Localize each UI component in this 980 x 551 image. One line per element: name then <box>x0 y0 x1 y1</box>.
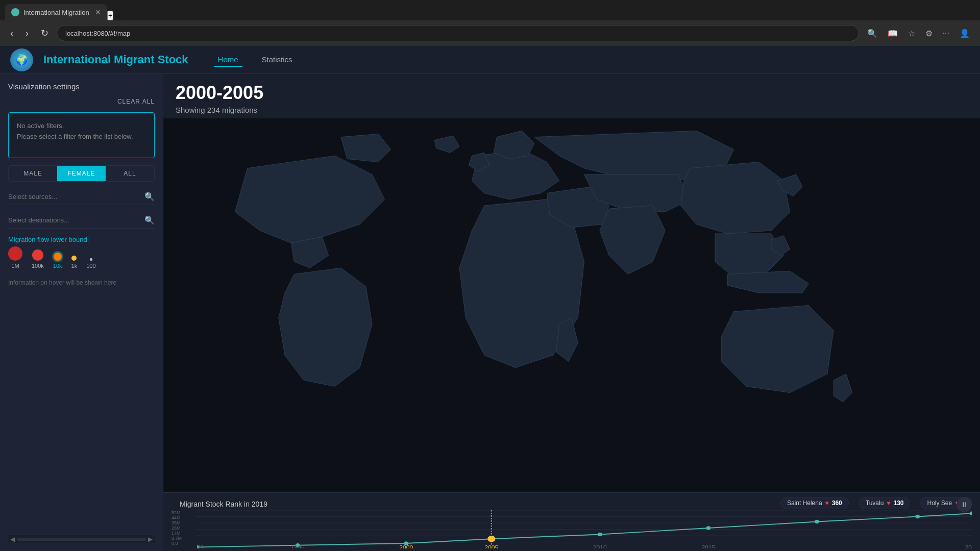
new-tab-button[interactable]: + <box>107 11 113 20</box>
gender-male-button[interactable]: MALE <box>9 166 57 181</box>
dot-100k <box>32 249 43 261</box>
migration-bound-section: Migration flow lower bound: 1M 100k 10k <box>8 236 155 269</box>
svg-point-13 <box>487 536 495 542</box>
bookmark-button[interactable]: ☆ <box>904 27 919 40</box>
svg-point-17 <box>915 515 920 519</box>
y-axis: 52M 44M 35M 26M 17M 8.7M 0.0 <box>172 510 197 548</box>
map-subtitle: Showing 234 migrations <box>176 106 968 114</box>
dot-1m <box>8 246 22 261</box>
address-text: localhost:8080/#!/map <box>65 30 130 37</box>
back-button[interactable]: ‹ <box>6 26 17 41</box>
badge-tuvalu: Tuvalu ♥ 130 <box>859 497 911 509</box>
world-map-svg <box>163 118 980 492</box>
main-layout: Visualization settings CLEAR ALL No acti… <box>0 74 980 551</box>
dot-label-100: 100 <box>86 263 95 269</box>
badge-tuvalu-name: Tuvalu <box>866 499 884 507</box>
gender-selector: MALE FEMALE ALL <box>8 165 155 182</box>
flow-dot-100k[interactable]: 100k <box>32 249 44 269</box>
svg-point-14 <box>598 533 602 537</box>
extensions-button[interactable]: ⚙ <box>921 27 937 40</box>
chart-svg: 1990 1995 2000 2005 2010 2015 2019 <box>197 510 972 548</box>
map-area: 2000-2005 Showing 234 migrations <box>163 74 980 551</box>
y-label-35m: 35M <box>172 520 197 525</box>
nav-home[interactable]: Home <box>214 53 242 67</box>
scroll-left-arrow[interactable]: ◀ <box>10 536 15 543</box>
nav-bar: ‹ › ↻ localhost:8080/#!/map 🔍 📖 ☆ ⚙ ··· … <box>0 20 980 46</box>
address-bar[interactable]: localhost:8080/#!/map <box>57 25 859 41</box>
active-tab[interactable]: International Migration ✕ <box>5 4 107 20</box>
sidebar-title: Visualization settings <box>8 82 155 91</box>
app-nav: Home Statistics <box>214 53 297 67</box>
filter-no-active: No active filters. Please select a filte… <box>17 121 146 142</box>
chart-title: Migrant Stock Rank in 2019 <box>172 496 276 510</box>
app: 🌍 International Migrant Stock Home Stati… <box>0 46 980 551</box>
badge-saint-helena-name: Saint Helena <box>787 499 822 507</box>
reader-button[interactable]: 📖 <box>884 27 902 40</box>
destinations-input[interactable] <box>8 216 144 224</box>
forward-button[interactable]: › <box>21 26 33 41</box>
scroll-track <box>17 538 146 541</box>
tab-title: International Migration <box>23 9 89 16</box>
chart-container: 52M 44M 35M 26M 17M 8.7M 0.0 <box>163 510 980 548</box>
svg-text:1995: 1995 <box>291 545 305 548</box>
y-label-52m: 52M <box>172 510 197 515</box>
badge-tuvalu-heart: ♥ <box>887 499 890 507</box>
flow-dot-1k[interactable]: 1k <box>71 256 78 269</box>
refresh-button[interactable]: ↻ <box>37 26 53 41</box>
svg-point-16 <box>815 520 819 524</box>
gender-all-button[interactable]: ALL <box>106 166 154 181</box>
filter-line1: No active filters. <box>17 122 64 130</box>
destinations-search-row: 🔍 <box>8 212 155 229</box>
profile-button[interactable]: 👤 <box>955 27 974 40</box>
tab-favicon <box>11 8 19 16</box>
map-header: 2000-2005 Showing 234 migrations <box>163 74 980 118</box>
dot-1k <box>71 256 77 261</box>
badge-saint-helena-count: 360 <box>832 499 842 507</box>
tab-close-button[interactable]: ✕ <box>95 8 101 16</box>
svg-text:2019: 2019 <box>965 545 972 548</box>
map-year-range: 2000-2005 <box>176 82 968 104</box>
sources-input[interactable] <box>8 193 144 201</box>
svg-point-15 <box>706 526 710 530</box>
dot-label-1k: 1k <box>71 263 78 269</box>
dot-10k <box>54 253 62 261</box>
y-label-44m: 44M <box>172 515 197 520</box>
flow-dots: 1M 100k 10k 1k <box>8 246 155 269</box>
browser-chrome: International Migration ✕ + ‹ › ↻ localh… <box>0 0 980 46</box>
gender-female-button[interactable]: FEMALE <box>57 166 106 181</box>
badge-saint-helena-heart: ♥ <box>825 499 829 507</box>
svg-text:2015: 2015 <box>701 545 715 548</box>
sources-search-icon[interactable]: 🔍 <box>144 192 155 202</box>
chart-plot: 1990 1995 2000 2005 2010 2015 2019 <box>197 510 972 548</box>
app-header: 🌍 International Migrant Stock Home Stati… <box>0 46 980 74</box>
y-label-0: 0.0 <box>172 541 197 546</box>
svg-point-18 <box>969 512 972 516</box>
badge-tuvalu-count: 130 <box>893 499 903 507</box>
destinations-search-icon[interactable]: 🔍 <box>144 215 155 225</box>
map-container[interactable] <box>163 118 980 492</box>
y-label-8m: 8.7M <box>172 536 197 541</box>
app-logo: 🌍 <box>10 48 33 71</box>
sources-search-row: 🔍 <box>8 189 155 205</box>
more-button[interactable]: ··· <box>939 27 953 40</box>
flow-dot-10k[interactable]: 10k <box>53 253 62 269</box>
nav-statistics[interactable]: Statistics <box>258 53 297 67</box>
y-label-17m: 17M <box>172 531 197 536</box>
y-label-26m: 26M <box>172 525 197 531</box>
sidebar: Visualization settings CLEAR ALL No acti… <box>0 74 163 551</box>
clear-all-button[interactable]: CLEAR ALL <box>117 98 155 105</box>
dot-label-100k: 100k <box>32 263 44 269</box>
sidebar-scrollbar[interactable]: ◀ ▶ <box>8 535 155 543</box>
flow-dot-1m[interactable]: 1M <box>8 246 22 269</box>
tab-bar: International Migration ✕ + <box>0 0 980 20</box>
svg-text:1990: 1990 <box>197 545 204 548</box>
hover-info: Information on hover will be shown here <box>8 279 155 286</box>
flow-dot-100[interactable]: 100 <box>86 258 95 269</box>
svg-rect-1 <box>198 118 946 492</box>
scroll-right-arrow[interactable]: ▶ <box>148 536 153 543</box>
migration-bound-label: Migration flow lower bound: <box>8 236 155 243</box>
clear-all-row: CLEAR ALL <box>8 98 155 105</box>
svg-text:2005: 2005 <box>484 545 498 548</box>
zoom-button[interactable]: 🔍 <box>863 27 881 40</box>
dot-label-1m: 1M <box>11 263 19 269</box>
